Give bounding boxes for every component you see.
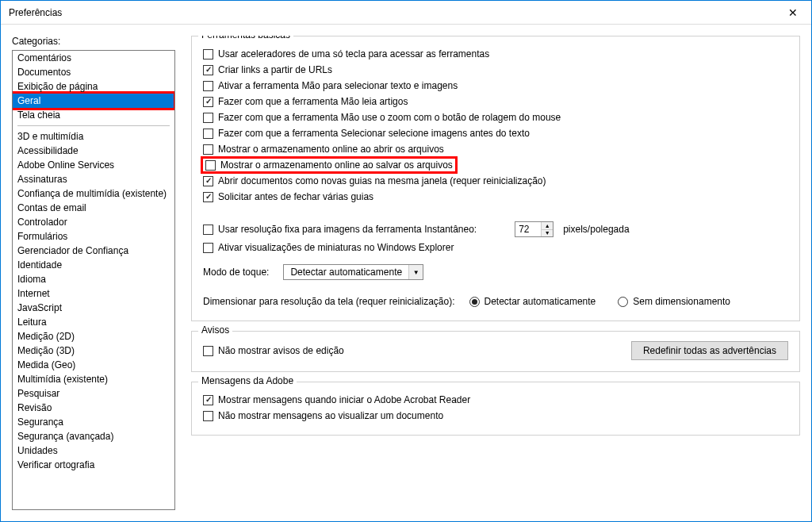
category-item[interactable]: Acessibilidade xyxy=(13,144,174,158)
category-item[interactable]: 3D e multimídia xyxy=(13,129,174,144)
category-item[interactable]: Formulários xyxy=(13,229,174,244)
category-item[interactable]: Contas de email xyxy=(13,201,174,215)
touch-mode-value: Detectar automaticamente xyxy=(284,267,408,278)
option-checkbox[interactable] xyxy=(205,160,216,171)
category-item[interactable]: Revisão xyxy=(13,401,174,415)
category-item[interactable]: Gerenciador de Confiança xyxy=(13,244,174,258)
hide-edit-warnings-checkbox[interactable] xyxy=(203,346,213,356)
category-item[interactable]: Segurança xyxy=(13,415,174,429)
option-checkbox[interactable] xyxy=(203,97,213,107)
category-item[interactable]: Medição (3D) xyxy=(13,344,174,358)
category-item[interactable]: Internet xyxy=(13,286,174,301)
option-checkbox[interactable] xyxy=(203,395,213,405)
category-item[interactable]: Pesquisar xyxy=(13,386,174,401)
option-checkbox[interactable] xyxy=(203,411,213,421)
fixed-resolution-checkbox[interactable] xyxy=(203,225,213,235)
close-button[interactable]: ✕ xyxy=(775,1,811,25)
warnings-group: Avisos Não mostrar avisos de edição Rede… xyxy=(191,331,800,372)
category-item[interactable]: Segurança (avançada) xyxy=(13,429,174,443)
spin-down-icon[interactable]: ▼ xyxy=(542,230,553,237)
adobe-messages-group: Mensagens da Adobe Mostrar mensagens qua… xyxy=(191,382,800,436)
category-item[interactable]: Documentos xyxy=(13,65,174,79)
adobe-messages-legend: Mensagens da Adobe xyxy=(198,375,297,386)
option-label: Fazer com que a ferramenta Selecionar se… xyxy=(218,128,530,139)
fixed-resolution-label: Usar resolução fixa para imagens da ferr… xyxy=(218,224,477,235)
hide-edit-warnings-label: Não mostrar avisos de edição xyxy=(218,345,344,356)
fixed-resolution-input[interactable] xyxy=(515,222,541,236)
basic-tools-legend: Ferramentas básicas xyxy=(198,36,293,40)
category-item[interactable]: Medição (2D) xyxy=(13,329,174,344)
categories-label: Categorias: xyxy=(12,36,175,47)
option-checkbox[interactable] xyxy=(203,192,213,202)
option-label: Solicitar antes de fechar várias guias xyxy=(218,191,373,202)
fixed-resolution-unit: pixels/polegada xyxy=(563,224,629,235)
option-label: Usar aceleradores de uma só tecla para a… xyxy=(218,48,489,59)
reset-warnings-button[interactable]: Redefinir todas as advertências xyxy=(631,341,788,360)
category-item[interactable]: Controlador xyxy=(13,215,174,229)
scale-none-label: Sem dimensionamento xyxy=(633,296,730,307)
category-item[interactable]: Unidades xyxy=(13,443,174,458)
option-checkbox[interactable] xyxy=(203,129,213,139)
touch-mode-label: Modo de toque: xyxy=(203,267,269,278)
option-label: Fazer com que a ferramenta Mão leia arti… xyxy=(218,96,408,107)
option-label: Mostrar mensagens quando iniciar o Adobe… xyxy=(218,394,470,405)
thumbnails-label: Ativar visualizações de miniaturas no Wi… xyxy=(218,242,454,253)
categories-listbox[interactable]: ComentáriosDocumentosExibição de páginaG… xyxy=(12,50,175,510)
option-label: Ativar a ferramenta Mão para selecionar … xyxy=(218,80,458,91)
scale-label: Dimensionar para resolução da tela (requ… xyxy=(203,296,455,307)
category-item[interactable]: JavaScript xyxy=(13,301,174,315)
window-title: Preferências xyxy=(9,7,62,18)
category-item[interactable]: Multimídia (existente) xyxy=(13,372,174,386)
scale-auto-radio[interactable] xyxy=(469,297,480,307)
category-item[interactable]: Geral xyxy=(13,94,174,108)
category-item[interactable]: Tela cheia xyxy=(13,108,174,122)
category-item[interactable]: Assinaturas xyxy=(13,172,174,186)
fixed-resolution-field[interactable]: ▲ ▼ xyxy=(515,221,553,237)
option-checkbox[interactable] xyxy=(203,49,213,59)
category-item[interactable]: Leitura xyxy=(13,315,174,329)
option-checkbox[interactable] xyxy=(203,144,213,155)
option-checkbox[interactable] xyxy=(203,81,213,91)
basic-tools-group: Ferramentas básicas Usar aceleradores de… xyxy=(191,36,800,321)
category-item[interactable]: Idioma xyxy=(13,272,174,286)
option-label: Mostrar o armazenamento online ao abrir … xyxy=(218,144,444,155)
category-item[interactable]: Confiança de multimídia (existente) xyxy=(13,186,174,201)
category-item[interactable]: Adobe Online Services xyxy=(13,158,174,172)
option-checkbox[interactable] xyxy=(203,176,213,186)
scale-auto-label: Detectar automaticamente xyxy=(485,296,596,307)
category-item[interactable]: Identidade xyxy=(13,258,174,272)
spin-up-icon[interactable]: ▲ xyxy=(542,222,553,230)
category-item[interactable]: Medida (Geo) xyxy=(13,358,174,372)
option-label: Abrir documentos como novas guias na mes… xyxy=(218,175,546,186)
option-label: Fazer com que a ferramenta Mão use o zoo… xyxy=(218,112,561,123)
scale-none-radio[interactable] xyxy=(618,297,628,307)
chevron-down-icon[interactable]: ▼ xyxy=(408,265,423,279)
option-checkbox[interactable] xyxy=(203,113,213,123)
option-label: Criar links a partir de URLs xyxy=(218,64,332,75)
option-checkbox[interactable] xyxy=(203,65,213,75)
category-item[interactable]: Comentários xyxy=(13,51,174,65)
category-item[interactable]: Verificar ortografia xyxy=(13,458,174,472)
option-label: Mostrar o armazenamento online ao salvar… xyxy=(220,159,453,171)
warnings-legend: Avisos xyxy=(198,324,232,336)
touch-mode-select[interactable]: Detectar automaticamente ▼ xyxy=(283,264,423,280)
option-label: Não mostrar mensagens ao visualizar um d… xyxy=(218,410,443,421)
thumbnails-checkbox[interactable] xyxy=(203,243,213,253)
